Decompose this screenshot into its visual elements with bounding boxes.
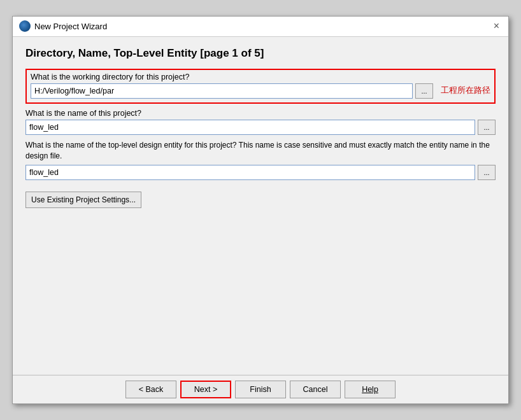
- back-button[interactable]: < Back: [125, 381, 176, 398]
- top-level-group: What is the name of the top-level design…: [25, 140, 496, 181]
- top-level-browse-button[interactable]: ...: [478, 165, 496, 180]
- working-dir-annotation: 工程所在路径: [441, 85, 490, 96]
- new-project-wizard-dialog: New Project Wizard × Directory, Name, To…: [12, 16, 509, 405]
- working-dir-browse-button[interactable]: ...: [415, 83, 433, 99]
- next-button[interactable]: Next >: [180, 381, 231, 398]
- working-dir-row: ... 工程所在路径: [31, 83, 490, 99]
- title-bar-left: New Project Wizard: [19, 20, 107, 32]
- close-button[interactable]: ×: [491, 21, 502, 31]
- help-label-underline: Help: [362, 385, 378, 394]
- page-heading: Directory, Name, Top-Level Entity [page …: [25, 47, 496, 60]
- app-icon: [19, 20, 31, 32]
- dialog-title: New Project Wizard: [34, 22, 107, 31]
- project-name-row: ...: [25, 120, 496, 135]
- working-directory-group: What is the working directory for this p…: [25, 69, 496, 104]
- dialog-body: Directory, Name, Top-Level Entity [page …: [13, 37, 508, 375]
- top-level-input[interactable]: [25, 165, 475, 180]
- top-level-row: ...: [25, 165, 496, 180]
- project-name-input[interactable]: [25, 120, 475, 135]
- project-name-browse-button[interactable]: ...: [478, 120, 496, 135]
- cancel-button[interactable]: Cancel: [290, 381, 341, 398]
- project-name-label: What is the name of this project?: [25, 109, 496, 118]
- project-name-group: What is the name of this project? ...: [25, 109, 496, 135]
- working-dir-label: What is the working directory for this p…: [31, 73, 490, 81]
- use-existing-settings-button[interactable]: Use Existing Project Settings...: [25, 192, 141, 208]
- working-dir-input[interactable]: [31, 83, 413, 99]
- finish-button[interactable]: Finish: [235, 381, 286, 398]
- help-button[interactable]: Help: [345, 381, 396, 398]
- top-level-label: What is the name of the top-level design…: [25, 140, 496, 162]
- footer: < Back Next > Finish Cancel Help: [13, 375, 508, 403]
- title-bar: New Project Wizard ×: [13, 17, 508, 37]
- content-area: [25, 208, 496, 367]
